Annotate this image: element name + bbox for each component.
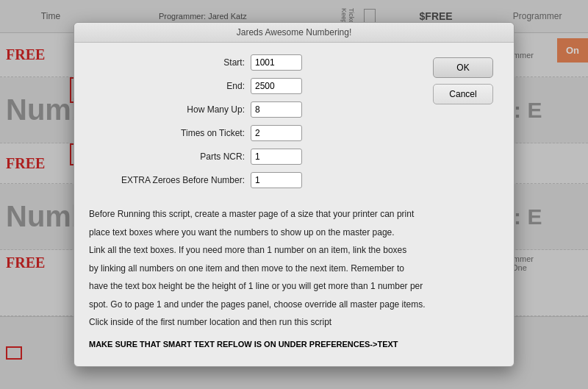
dialog-title: Jareds Awesome Numbering! [74,23,514,43]
form-row-times-on-ticket-input: Times on Ticket: [89,125,421,141]
dialog-description: Before Running this script, create a mas… [74,201,514,337]
form-label-how-many-up-input: How Many Up: [89,104,251,115]
description-line: by linking all numbers on one item and t… [89,262,499,276]
form-row-parts-ncr-input: Parts NCR: [89,149,421,165]
description-line: Click inside of the first number locatio… [89,315,499,329]
form-row-extra-zeroes-input: EXTRA Zeroes Before Number: [89,172,421,188]
form-label-extra-zeroes-input: EXTRA Zeroes Before Number: [89,175,251,185]
times-on-ticket-input[interactable] [251,125,302,141]
description-line: spot. Go to page 1 and under the pages p… [89,298,499,312]
extra-zeroes-input[interactable] [251,172,302,188]
form-row-how-many-up-input: How Many Up: [89,101,421,118]
dialog-overlay: Jareds Awesome Numbering! Start:End:How … [0,0,588,389]
dialog-content: Start:End:How Many Up:Times on Ticket:Pa… [74,43,514,201]
form-label-start-input: Start: [89,57,251,68]
dialog: Jareds Awesome Numbering! Start:End:How … [74,22,514,367]
form-label-times-on-ticket-input: Times on Ticket: [89,128,251,138]
description-line: Link all the text boxes. If you need mor… [89,243,499,257]
dialog-form: Start:End:How Many Up:Times on Ticket:Pa… [89,54,421,196]
form-label-parts-ncr-input: Parts NCR: [89,151,251,162]
parts-ncr-input[interactable] [251,149,302,165]
description-line: Before Running this script, create a mas… [89,207,499,221]
dialog-buttons: OK Cancel [433,54,499,196]
cancel-button[interactable]: Cancel [433,84,493,104]
ok-button[interactable]: OK [433,57,493,78]
dialog-warning: MAKE SURE THAT SMART TEXT REFLOW IS ON U… [74,337,514,354]
form-row-end-input: End: [89,78,421,94]
description-line: place text boxes where you want the numb… [89,226,499,240]
form-label-end-input: End: [89,81,251,91]
form-row-start-input: Start: [89,54,421,71]
description-line: have the text box height be the height o… [89,279,499,293]
start-input[interactable] [251,54,302,71]
how-many-up-input[interactable] [251,101,302,118]
end-input[interactable] [251,78,302,94]
